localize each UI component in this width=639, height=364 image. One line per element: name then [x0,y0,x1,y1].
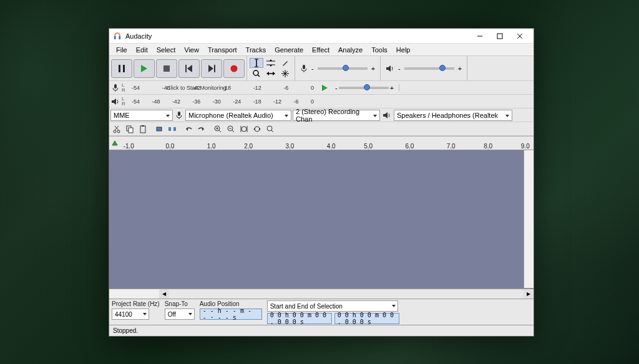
project-rate-select[interactable]: 44100 [112,309,149,320]
close-button[interactable] [510,30,530,42]
svg-point-22 [253,70,258,75]
svg-rect-13 [214,65,215,72]
envelope-tool[interactable] [264,58,278,68]
cut-button[interactable] [110,123,123,135]
zoom-toggle-button[interactable] [264,123,276,135]
channel-r-label: R [122,102,129,107]
svg-marker-53 [202,127,204,131]
recording-device-select[interactable]: Microphone (Realtek Audio) [185,110,291,121]
play-at-speed-button[interactable] [321,84,329,92]
recording-channels-select[interactable]: 2 (Stereo) Recording Chan [293,110,380,121]
slider-plus: + [458,65,462,72]
zoom-in-button[interactable] [212,123,224,135]
timeline[interactable]: -1.0 0.0 1.0 2.0 3.0 4.0 5.0 6.0 7.0 8.0… [109,136,534,150]
zoom-tool[interactable] [250,69,263,79]
svg-marker-69 [112,141,117,145]
selection-end-field[interactable]: 0 0 h 0 0 m 0 0 . 0 0 0 s [334,313,399,324]
menu-file[interactable]: File [112,45,132,55]
svg-rect-34 [114,84,117,89]
svg-rect-3 [497,34,502,39]
menu-tools[interactable]: Tools [367,45,392,55]
svg-line-23 [258,75,260,77]
audacity-window: Audacity File Edit Select View Transport… [109,28,534,337]
svg-point-41 [114,130,116,133]
audio-host-select[interactable]: MME [110,110,173,121]
svg-rect-1 [119,36,121,39]
menu-transport[interactable]: Transport [203,45,241,55]
device-toolbar: MME Microphone (Realtek Audio) 2 (Stereo… [109,108,534,122]
pause-button[interactable] [111,59,132,78]
menubar: File Edit Select View Transport Tracks G… [109,44,534,56]
trim-button[interactable] [153,123,165,135]
playback-volume-slider[interactable] [404,67,454,70]
track-area[interactable] [109,150,534,289]
redo-button[interactable] [195,123,208,135]
svg-rect-48 [142,125,144,127]
microphone-icon [174,111,184,120]
fit-selection-button[interactable] [238,123,250,135]
minimize-button[interactable] [470,30,490,42]
transport-toolbar [109,56,247,80]
selection-type-select[interactable]: Start and End of Selection [267,300,398,312]
playback-volume-slider-section: - + [381,56,467,80]
silence-button[interactable] [166,123,178,135]
svg-point-14 [231,65,238,72]
menu-select[interactable]: Select [152,45,180,55]
play-button[interactable] [134,59,155,78]
selection-tool[interactable] [250,58,263,68]
toolbars: - + - + LR -54 -48 -42 Click to Start Mo… [109,56,534,136]
play-at-speed-slider[interactable] [339,87,389,89]
menu-view[interactable]: View [180,45,203,55]
audio-position-field[interactable]: - - h - - m - - · - - s [200,309,262,320]
menu-effect[interactable]: Effect [308,45,334,55]
timeshift-tool[interactable] [264,69,278,79]
tools-toolbar [247,56,295,80]
svg-marker-36 [322,85,328,91]
playback-meter[interactable]: LR -54 -48 -42 -36 -30 -24 -18 -12 -6 0 [109,95,534,108]
selection-toolbar: Project Rate (Hz) 44100 Snap-To Off Audi… [109,299,534,325]
microphone-icon [300,64,308,73]
skip-end-button[interactable] [201,59,222,78]
svg-rect-7 [123,65,125,72]
selection-start-field[interactable]: 0 0 h 0 0 m 0 0 . 0 0 0 s [267,313,332,324]
svg-marker-26 [273,72,275,75]
scroll-left-arrow[interactable]: ◀ [159,289,169,299]
svg-rect-46 [129,128,133,133]
record-button[interactable] [223,59,245,78]
playback-device-select[interactable]: Speakers / Headphones (Realtek [394,110,512,121]
menu-analyze[interactable]: Analyze [334,45,367,55]
svg-rect-38 [178,112,180,116]
svg-rect-49 [157,127,162,131]
svg-rect-10 [185,65,187,72]
svg-marker-40 [383,112,388,118]
zoom-out-button[interactable] [225,123,237,135]
skip-start-button[interactable] [178,59,200,78]
menu-generate[interactable]: Generate [270,45,308,55]
stop-button[interactable] [156,59,177,78]
maximize-button[interactable] [490,30,510,42]
monitoring-hint[interactable]: Click to Start Monitoring [167,85,227,91]
channel-r-label: R [122,88,129,93]
copy-button[interactable] [124,123,136,135]
vertical-scrollbar[interactable] [524,150,534,288]
recording-meter[interactable]: LR -54 -48 -42 Click to Start Monitoring… [109,81,534,95]
svg-line-68 [271,130,273,132]
menu-edit[interactable]: Edit [132,45,152,55]
app-icon [113,32,122,41]
scroll-right-arrow[interactable]: ▶ [524,289,534,299]
draw-tool[interactable] [278,58,292,68]
undo-button[interactable] [182,123,195,135]
horizontal-scrollbar[interactable]: ◀ ▶ [109,289,534,299]
snap-to-select[interactable]: Off [165,309,195,320]
slider-minus: - [398,65,401,72]
svg-marker-65 [253,128,255,130]
fit-project-button[interactable] [251,123,263,135]
paste-button[interactable] [137,123,149,135]
timeline-pin-icon[interactable] [109,136,120,150]
window-title: Audacity [125,32,470,40]
microphone-icon [109,84,122,92]
menu-help[interactable]: Help [392,45,415,55]
multi-tool[interactable] [278,69,292,79]
menu-tracks[interactable]: Tracks [241,45,271,55]
recording-volume-slider[interactable] [318,67,368,70]
